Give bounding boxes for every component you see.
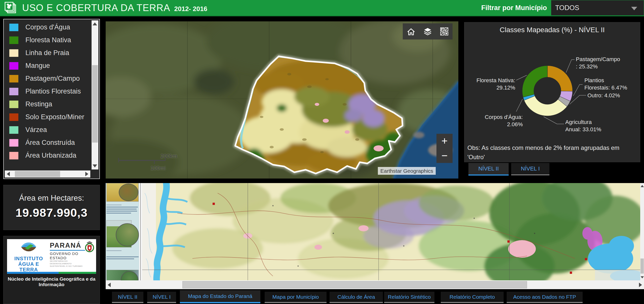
zoom-out-button[interactable]: −	[436, 148, 453, 163]
strip-horizontal-scrollbar[interactable]	[106, 280, 644, 289]
zoom-in-button[interactable]: +	[436, 134, 453, 148]
chart-note-line1: Obs: As classes com menos de 2% foram ag…	[467, 143, 619, 152]
legend-item: Área Construída	[9, 136, 89, 149]
tab-mapa-por-municipio[interactable]: Mapa por Município	[265, 292, 327, 303]
legend-label: Linha de Praia	[25, 49, 69, 57]
aerial-inset-photo	[119, 184, 138, 201]
legend-list: Corpos d'Água Floresta Nativa Linha de P…	[9, 21, 89, 163]
parana-coat-of-arms-icon	[85, 241, 95, 253]
area-value: 19.987.990,3	[4, 206, 100, 220]
legend-swatch	[9, 126, 18, 134]
caption-text-line	[106, 209, 137, 209]
tab-mapa-estado-parana[interactable]: Mapa do Estado do Paraná	[180, 290, 260, 303]
divider	[50, 250, 85, 251]
donut-slice-pastagem-campo[interactable]	[547, 66, 573, 91]
legend-label: Área Construída	[25, 139, 75, 147]
legend-item: Linha de Praia	[9, 47, 89, 59]
scale-tick	[165, 158, 166, 160]
landuse-sheet-svg	[142, 183, 640, 280]
scroll-left-icon[interactable]	[108, 283, 111, 287]
donut-slices	[522, 66, 573, 116]
main-map[interactable]	[106, 21, 458, 179]
tab-nivel-2-bottom[interactable]: NÍVEL II	[112, 292, 143, 303]
scroll-right-icon[interactable]	[85, 172, 88, 176]
scroll-right-icon[interactable]	[639, 283, 642, 287]
divider	[106, 205, 122, 205]
donut-slice-floresta-nativa[interactable]	[522, 66, 547, 97]
legend-label: Pastagem/Campo	[25, 75, 80, 82]
legend-horizontal-scrollbar[interactable]	[5, 170, 90, 178]
legend-item: Floresta Nativa	[9, 34, 89, 47]
chart-note-line2: 'Outro'	[467, 152, 619, 162]
page-subtitle: 2012- 2016	[174, 5, 208, 13]
scroll-down-icon[interactable]	[641, 276, 644, 278]
callout-line: Agricultura	[565, 118, 601, 126]
legend-label: Várzea	[25, 126, 47, 134]
municipality-select[interactable]: TODOS	[551, 0, 644, 15]
iat-name-line1: INSTITUTO	[9, 256, 49, 261]
detail-map-strip	[106, 183, 644, 289]
area-panel: Área em Hectares: 19.987.990,3	[3, 185, 100, 230]
organization-logos: INSTITUTO ÁGUA E TERRA PARANÁ GOVERNO DO…	[7, 239, 96, 274]
chart-panel: Classes Mapeadas (%) - NÍVEL II Pastagem…	[464, 22, 640, 162]
satellite-basemap	[106, 21, 458, 179]
legend-label: Área Urbanizada	[25, 152, 76, 159]
gov-line: GOVERNO DO ESTADO	[50, 251, 85, 260]
scrollbar-thumb[interactable]	[92, 65, 98, 143]
scrollbar-thumb[interactable]	[15, 171, 60, 177]
scroll-left-icon[interactable]	[7, 172, 10, 176]
legend-label: Floresta Nativa	[25, 36, 71, 44]
legend-item: Corpos d'Água	[9, 21, 89, 34]
legend-swatch	[9, 36, 18, 44]
map-toolbar	[403, 23, 453, 39]
secretariat-line1: SECRETARIA DO DESENVOLVIMENTO	[50, 260, 85, 265]
callout-line: : 25.32%	[576, 63, 620, 70]
scale-tick	[154, 160, 155, 164]
logo-color-bars	[7, 272, 96, 274]
tab-relatorio-completo[interactable]: Relatório Completo	[441, 292, 504, 303]
layers-button[interactable]	[422, 26, 433, 37]
home-icon	[406, 27, 416, 36]
parana-gov-block: PARANÁ GOVERNO DO ESTADO SECRETARIA DO D…	[50, 242, 85, 268]
scale-mi-label: 100mi	[150, 165, 166, 171]
legend-swatch	[9, 139, 18, 147]
callout-line: Corpos d'Água:	[479, 113, 523, 121]
strip-vertical-scrollbar[interactable]	[640, 183, 644, 280]
callout-corpos: Corpos d'Água: 2.06%	[479, 113, 523, 128]
iat-lens-logo-icon	[20, 240, 37, 254]
tab-relatorio-sintetico[interactable]: Relatório Sintético	[384, 292, 434, 303]
callout-line: Florestais: 6.47%	[584, 84, 627, 91]
tab-calculo-de-area[interactable]: Cálculo de Área	[330, 292, 383, 303]
divider	[106, 250, 122, 251]
legend-swatch	[9, 49, 18, 57]
organization-panel: INSTITUTO ÁGUA E TERRA PARANÁ GOVERNO DO…	[3, 236, 100, 304]
legend-item: Mangue	[9, 59, 89, 72]
org-caption: Núcleo de Inteligência Geográfica e da I…	[4, 276, 100, 287]
scroll-up-icon[interactable]	[641, 185, 644, 187]
scroll-down-icon[interactable]	[93, 164, 97, 167]
legend-vertical-scrollbar[interactable]	[92, 20, 98, 169]
home-button[interactable]	[406, 26, 417, 37]
legend-swatch	[9, 24, 18, 31]
scrollbar-thumb[interactable]	[640, 258, 644, 274]
callout-line: Anual: 33.01%	[565, 126, 601, 133]
tab-nivel-1-bottom[interactable]: NÍVEL I	[147, 292, 176, 303]
chart-note: Obs: As classes com menos de 2% foram ag…	[467, 143, 619, 162]
scroll-up-icon[interactable]	[93, 22, 97, 25]
landuse-sheet-map[interactable]	[142, 183, 640, 280]
iat-name-line2: ÁGUA E TERRA	[9, 261, 49, 272]
legend-panel: Corpos d'Água Floresta Nativa Linha de P…	[3, 19, 100, 179]
tab-nivel-1[interactable]: NÍVEL I	[511, 163, 549, 175]
map-sheet-legend-page	[106, 183, 139, 280]
legend-label: Solo Exposto/Miner	[25, 113, 84, 121]
legend-swatch	[9, 75, 18, 82]
legend-swatch	[9, 62, 18, 70]
legend-item: Várzea	[9, 123, 89, 136]
scale-bar	[118, 160, 166, 161]
header-bar: USO E COBERTURA DA TERRA 2012- 2016 Filt…	[0, 0, 644, 16]
tab-acesso-dados-ftp[interactable]: Acesso aos Dados no FTP	[507, 292, 583, 303]
basemap-gallery-button[interactable]	[439, 26, 450, 37]
scrollbar-thumb[interactable]	[182, 281, 527, 288]
tab-nivel-2[interactable]: NÍVEL II	[468, 163, 509, 176]
legend-label: Corpos d'Água	[25, 23, 70, 31]
